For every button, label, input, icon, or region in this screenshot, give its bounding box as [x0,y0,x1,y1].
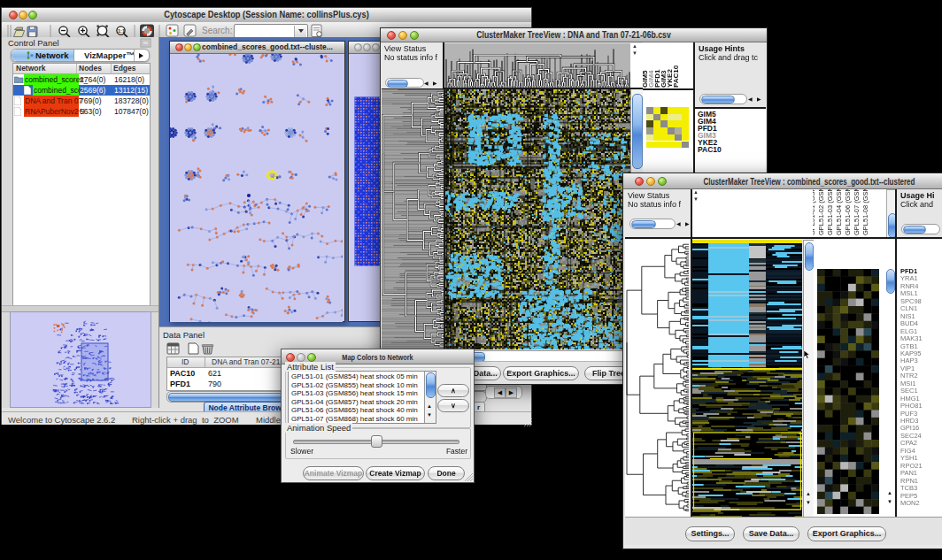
svg-text:1:1: 1:1 [118,28,125,34]
